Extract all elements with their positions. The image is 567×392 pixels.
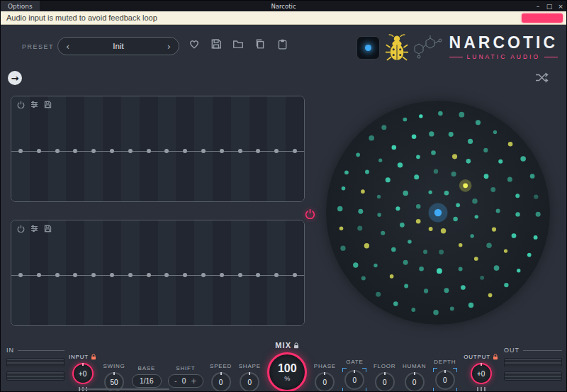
step-value-dot[interactable] [147, 273, 151, 277]
step-value-dot[interactable] [91, 273, 96, 277]
step-value-dot[interactable] [128, 149, 133, 153]
step-value-dot[interactable] [18, 149, 23, 153]
brand-tagline: LUNATIC AUDIO [467, 53, 541, 60]
sequencer-1-save-button[interactable] [43, 100, 52, 108]
step-value-dot[interactable] [238, 273, 242, 277]
step-value-dot[interactable] [164, 149, 169, 153]
step-value-dot[interactable] [274, 273, 279, 277]
randomize-button[interactable] [535, 72, 549, 86]
output-knob[interactable]: +0 [471, 363, 492, 384]
step-value-dot[interactable] [220, 149, 224, 153]
shift-decrement-button[interactable]: - [174, 377, 177, 385]
floppy-icon [210, 38, 222, 50]
floor-label-text: FLOOR [374, 363, 396, 369]
power-indicator-tile[interactable] [357, 36, 380, 60]
close-button[interactable]: × [555, 3, 566, 10]
preset-label: PRESET [22, 43, 54, 50]
phase-knob[interactable]: 0 [315, 372, 335, 392]
dismiss-notification-button[interactable] [522, 13, 563, 23]
human-knob[interactable]: 0 [405, 372, 425, 392]
step-value-dot[interactable] [274, 149, 279, 153]
step-value-dot[interactable] [73, 149, 77, 153]
step-value-dot[interactable] [238, 149, 242, 153]
input-knob[interactable]: +0 [72, 363, 94, 384]
step-value-dot[interactable] [256, 273, 260, 277]
step-value-dot[interactable] [37, 273, 41, 277]
sequencer-1-settings-button[interactable] [30, 100, 38, 108]
power-icon [17, 225, 25, 233]
mix-value: 100 [278, 363, 297, 374]
step-value-dot[interactable] [256, 149, 260, 153]
save-preset-button[interactable] [210, 38, 223, 50]
step-value-dot[interactable] [147, 149, 151, 153]
paste-icon [276, 38, 288, 50]
visualizer-power-button[interactable] [305, 208, 315, 222]
output-mini-meter [477, 387, 485, 392]
step-value-dot[interactable] [293, 149, 297, 153]
mini-horizontal-slider[interactable] [80, 388, 169, 390]
lock-icon[interactable] [493, 354, 498, 360]
next-preset-button[interactable]: › [167, 42, 171, 51]
favorite-button[interactable] [188, 38, 201, 50]
step-value-dot[interactable] [183, 149, 187, 153]
step-value-dot[interactable] [220, 273, 224, 277]
step-value-dot[interactable] [201, 273, 206, 277]
pattern-visualizer[interactable] [326, 101, 550, 325]
sequencer-2-settings-button[interactable] [30, 224, 38, 233]
sequencer-2-power-button[interactable] [16, 224, 25, 233]
expand-arrow-button[interactable]: → [8, 71, 22, 85]
step-value-dot[interactable] [91, 149, 96, 153]
output-meter-left [504, 358, 562, 367]
step-value-dot[interactable] [164, 273, 169, 277]
sequencer-1-power-button[interactable] [16, 100, 25, 108]
sliders-icon [30, 225, 38, 233]
visualizer-dot-field [326, 101, 550, 325]
tagline-rule-right [544, 57, 558, 57]
browse-presets-button[interactable] [232, 38, 245, 50]
step-value-dot[interactable] [37, 149, 41, 153]
preset-selector[interactable]: ‹ Init › [57, 37, 179, 55]
step-value-dot[interactable] [183, 273, 187, 277]
heart-icon [189, 38, 200, 50]
gate-knob[interactable]: 0 [344, 370, 364, 390]
step-value-dot[interactable] [18, 273, 23, 277]
folder-icon [232, 38, 244, 50]
paste-preset-button[interactable] [276, 38, 288, 50]
step-value-dot[interactable] [128, 273, 133, 277]
step-value-dot[interactable] [110, 149, 114, 153]
plugin-window: Options Narcotic – □ × Audio input is mu… [0, 0, 567, 392]
floppy-icon [44, 101, 52, 108]
speed-knob[interactable]: 0 [211, 372, 231, 392]
sequencer-2-save-button[interactable] [43, 224, 52, 233]
floor-knob[interactable]: 0 [375, 372, 395, 392]
step-value-dot[interactable] [55, 149, 60, 153]
minimize-button[interactable]: – [532, 3, 544, 10]
step-value-dot[interactable] [201, 149, 206, 153]
options-menu[interactable]: Options [1, 1, 40, 11]
depth-knob[interactable]: 0 [435, 370, 455, 390]
copy-preset-button[interactable] [254, 38, 266, 50]
step-value-dot[interactable] [110, 273, 114, 277]
preset-name[interactable]: Init [113, 42, 123, 50]
molecule-icon [412, 35, 444, 60]
step-value-dot[interactable] [293, 273, 297, 277]
input-label: INPUT [69, 354, 96, 360]
floor-label: FLOOR [374, 363, 396, 369]
shift-selector[interactable]: -0+ [168, 374, 203, 388]
mix-knob[interactable]: 100% [267, 352, 307, 392]
shape-knob[interactable]: 0 [240, 372, 259, 392]
step-value-dot[interactable] [55, 273, 60, 277]
base-selector[interactable]: 1/16 [132, 374, 161, 388]
arrow-right-icon: → [11, 73, 19, 84]
lock-icon[interactable] [91, 354, 96, 360]
previous-preset-button[interactable]: ‹ [66, 42, 69, 51]
step-value-dot[interactable] [73, 273, 77, 277]
shift-increment-button[interactable]: + [191, 377, 196, 385]
maximize-button[interactable]: □ [544, 3, 555, 10]
lock-icon[interactable] [293, 342, 299, 349]
output-label-text: OUTPUT [464, 354, 490, 360]
brand-block: NARCOTIC LUNATIC AUDIO [357, 32, 558, 63]
power-icon [305, 208, 315, 219]
mix-label: MIX [275, 341, 299, 349]
swing-label: SWING [103, 363, 125, 369]
